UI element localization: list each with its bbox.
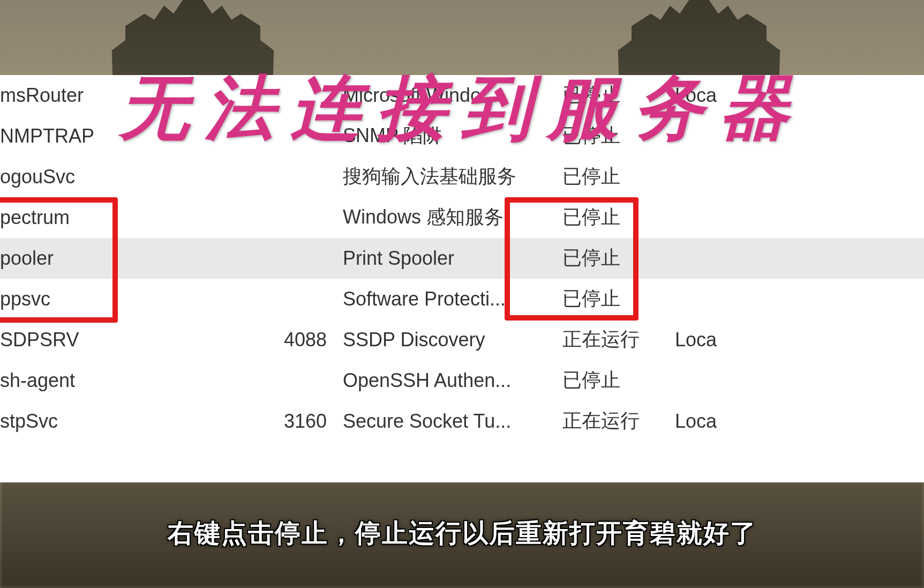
service-row[interactable]: pectrum Windows 感知服务 已停止 (0, 197, 924, 238)
service-description-cell: OpenSSH Authen... (337, 369, 552, 392)
subtitle-caption: 右键点击停止，停止运行以后重新打开育碧就好了 (0, 516, 924, 550)
service-description-cell: SNMP 陷阱 (337, 123, 552, 149)
service-name-cell: pooler (0, 247, 273, 270)
service-name-cell: NMPTRAP (0, 125, 273, 147)
service-status-cell: 正在运行 (552, 326, 664, 353)
service-description-cell: SSDP Discovery (337, 329, 552, 351)
services-list-panel: msRouter Microsoft Windo... 已停止 Loca NMP… (0, 75, 924, 482)
service-row[interactable]: ppsvc Software Protecti... 已停止 (0, 279, 924, 319)
service-status-cell: 已停止 (552, 163, 664, 190)
service-description-cell: Microsoft Windo... (337, 84, 552, 107)
service-description-cell: Software Protecti... (337, 288, 552, 310)
service-description-cell: Secure Socket Tu... (337, 410, 552, 433)
service-name-cell: ogouSvc (0, 166, 273, 188)
service-row[interactable]: SDPSRV 4088 SSDP Discovery 正在运行 Loca (0, 319, 924, 360)
service-group-cell: Loca (664, 329, 924, 351)
service-name-cell: stpSvc (0, 410, 273, 433)
service-name-cell: sh-agent (0, 369, 273, 392)
service-name-cell: ppsvc (0, 288, 273, 310)
subtitle-text: 右键点击停止，停止运行以后重新打开育碧就好了 (168, 519, 757, 547)
service-pid-cell: 3160 (273, 410, 337, 433)
service-row[interactable]: stpSvc 3160 Secure Socket Tu... 正在运行 Loc… (0, 401, 924, 442)
service-pid-cell: 4088 (273, 329, 337, 351)
service-description-cell: Print Spooler (337, 247, 552, 270)
service-group-cell: Loca (664, 410, 924, 433)
service-description-cell: 搜狗输入法基础服务 (337, 163, 552, 190)
service-status-cell: 已停止 (552, 123, 664, 149)
service-name-cell: pectrum (0, 206, 273, 229)
service-status-cell: 已停止 (552, 286, 664, 312)
service-row[interactable]: ogouSvc 搜狗输入法基础服务 已停止 (0, 157, 924, 197)
service-status-cell: 已停止 (552, 82, 664, 108)
service-row-selected[interactable]: pooler Print Spooler 已停止 (0, 238, 924, 279)
service-description-cell: Windows 感知服务 (337, 204, 552, 230)
service-row[interactable]: NMPTRAP SNMP 陷阱 已停止 (0, 116, 924, 157)
service-status-cell: 已停止 (552, 367, 664, 393)
service-row[interactable]: sh-agent OpenSSH Authen... 已停止 (0, 360, 924, 401)
service-status-cell: 已停止 (552, 204, 664, 230)
service-name-cell: msRouter (0, 84, 273, 107)
service-status-cell: 正在运行 (552, 408, 664, 434)
service-row[interactable]: msRouter Microsoft Windo... 已停止 Loca (0, 75, 924, 116)
service-name-cell: SDPSRV (0, 329, 273, 351)
service-status-cell: 已停止 (552, 245, 664, 271)
service-group-cell: Loca (664, 84, 924, 107)
